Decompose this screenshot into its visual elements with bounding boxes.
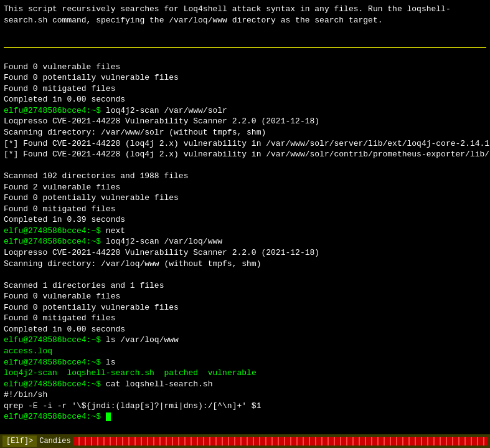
prompt: elfu@2748586bcce4:~$ — [4, 335, 106, 345]
terminal-line: Found 0 mitigated files — [4, 83, 486, 95]
terminal-line: elfu@2748586bcce4:~$ — [4, 411, 486, 422]
prompt: elfu@2748586bcce4:~$ — [4, 106, 106, 115]
terminal-line: Completed in 0.00 seconds — [4, 94, 486, 105]
prompt: elfu@2748586bcce4:~$ — [4, 237, 106, 246]
prompt: elfu@2748586bcce4:~$ — [4, 412, 106, 421]
terminal-line: access.loq — [4, 346, 486, 357]
mode-indicator: [Elf]> — [2, 436, 37, 447]
terminal-line: elfu@2748586bcce4:~$ ls — [4, 357, 486, 368]
cursor[interactable] — [106, 412, 111, 421]
command: next — [106, 226, 125, 236]
terminal-line: Found 0 potentially vulnerable files — [4, 302, 486, 313]
terminal-line: Loqpresso CVE-2021-44228 Vulnerability S… — [4, 247, 486, 259]
terminal-line: Scanned 1 directories and 1 files — [4, 280, 486, 292]
terminal-line: elfu@2748586bcce4:~$ loq4j2-scan /var/ww… — [4, 105, 486, 117]
prompt: elfu@2748586bcce4:~$ — [4, 358, 106, 367]
terminal-line — [4, 26, 486, 37]
progress-bar — [73, 437, 488, 446]
terminal-line: #!/bin/sh — [4, 389, 486, 401]
terminal-line: Found 0 potentially vulnerable files — [4, 72, 486, 83]
command: ls — [106, 358, 116, 367]
terminal-line: [*] Found CVE-2021-44228 (loq4j 2.x) vul… — [4, 149, 486, 160]
prompt: elfu@2748586bcce4:~$ — [4, 226, 106, 236]
command: loq4j2-scan /var/loq/www — [106, 237, 222, 246]
terminal-line: Found 2 vulnerable files — [4, 182, 486, 193]
terminal-line: Loqpresso CVE-2021-44228 Vulnerability S… — [4, 116, 486, 127]
command: ls /var/loq/www — [106, 335, 179, 345]
terminal-line: Scanning directory: /var/www/solr (witho… — [4, 127, 486, 138]
terminal-line: elfu@2748586bcce4:~$ next — [4, 226, 486, 237]
terminal-line: Found 0 vulnerable files — [4, 291, 486, 302]
terminal-line: Completed in 0.39 seconds — [4, 214, 486, 226]
terminal-line: loq4j2-scan loqshell-search.sh patched v… — [4, 368, 486, 379]
terminal: This script recursively searches for Loq… — [0, 0, 490, 434]
terminal-line: elfu@2748586bcce4:~$ cat loqshell-search… — [4, 379, 486, 390]
terminal-line: qrep -E -i -r '\${jndi:(ldap[s]?|rmi|dns… — [4, 401, 486, 412]
terminal-line: Found 0 vulnerable files — [4, 62, 486, 73]
terminal-line: [*] Found CVE-2021-44228 (loq4j 2.x) vul… — [4, 138, 486, 150]
terminal-line: elfu@2748586bcce4:~$ loq4j2-scan /var/lo… — [4, 236, 486, 247]
terminal-line: elfu@2748586bcce4:~$ ls /var/loq/www — [4, 335, 486, 346]
status-bar: [Elf]> Candies — [0, 434, 490, 448]
terminal-line — [4, 37, 486, 49]
terminal-line: Scanning directory: /var/loq/www (withou… — [4, 259, 486, 270]
tab-label: Candies — [39, 437, 70, 446]
terminal-line: This script recursively searches for Loq… — [4, 4, 486, 15]
terminal-line: Found 0 potentially vulnerable files — [4, 193, 486, 204]
command: cat loqshell-search.sh — [106, 379, 213, 389]
terminal-line — [4, 160, 486, 171]
terminal-line: Found 0 mitigated files — [4, 313, 486, 324]
terminal-line: Scanned 102 directories and 1988 files — [4, 171, 486, 182]
command: loq4j2-scan /var/www/solr — [106, 106, 227, 115]
terminal-line: Completed in 0.00 seconds — [4, 324, 486, 335]
terminal-line: search.sh command, specifying the /var/l… — [4, 15, 486, 26]
terminal-line: Found 0 mitigated files — [4, 204, 486, 215]
prompt: elfu@2748586bcce4:~$ — [4, 379, 106, 389]
terminal-line — [4, 50, 486, 62]
terminal-line — [4, 269, 486, 280]
